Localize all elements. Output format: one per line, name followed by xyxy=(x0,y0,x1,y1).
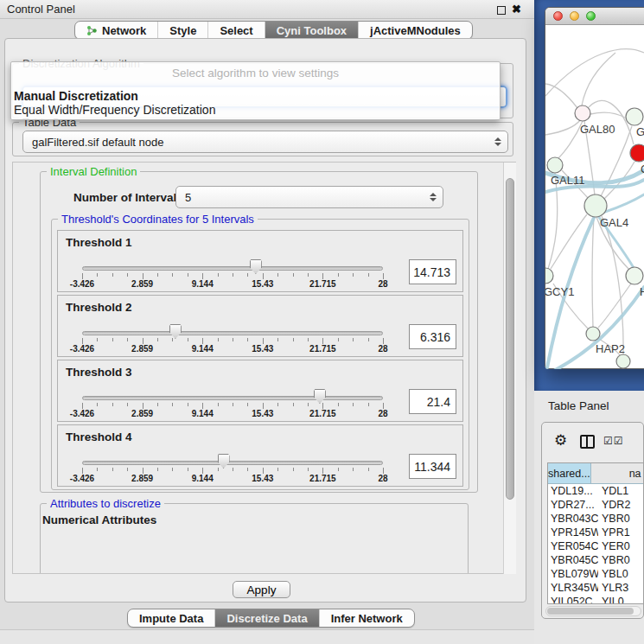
table-row[interactable]: YDR27...YDR2 xyxy=(548,498,643,512)
tick-mark xyxy=(353,273,354,277)
cell-name: YDR2 xyxy=(598,499,630,511)
tick-mark xyxy=(157,468,158,471)
tick-label: 15.43 xyxy=(252,409,273,418)
zoom-traffic-light-icon[interactable] xyxy=(586,11,596,21)
table-data-combobox[interactable]: galFiltered.sif default node xyxy=(22,131,508,153)
dropdown-item-equal-width-frequency[interactable]: Equal Width/Frequency Discretization xyxy=(14,103,215,117)
split-columns-icon[interactable] xyxy=(580,435,595,449)
tick-mark xyxy=(157,403,158,406)
network-canvas[interactable]: GAL80GACGAL11GAL4GCY1HHAP2 xyxy=(545,25,644,369)
slider-track[interactable] xyxy=(82,331,383,335)
tick-mark xyxy=(293,338,294,341)
tick-label: -3.426 xyxy=(70,279,94,289)
num-intervals-combobox[interactable]: 5 xyxy=(175,186,443,208)
table-row[interactable]: YIL052CYIL0 xyxy=(548,595,643,604)
tab-style[interactable]: Style xyxy=(157,22,207,39)
cell-name: YER0 xyxy=(598,540,630,552)
network-edge[interactable] xyxy=(545,49,644,96)
threshold-value-field[interactable]: 14.713 xyxy=(409,259,456,284)
threshold-value-field[interactable]: 21.4 xyxy=(409,389,456,414)
network-node-c[interactable] xyxy=(630,144,644,162)
tab-label: Select xyxy=(220,24,252,37)
tick-mark xyxy=(293,468,294,471)
tick-mark xyxy=(263,338,264,344)
table-row[interactable]: YER054CYER0 xyxy=(548,539,643,553)
close-icon[interactable]: ✖ xyxy=(512,3,521,16)
tick-mark xyxy=(322,403,323,409)
network-node-unnamed[interactable] xyxy=(616,354,630,368)
network-node-gal80[interactable] xyxy=(575,105,590,121)
network-edge[interactable] xyxy=(590,112,625,118)
dropdown-item-manual-discretization[interactable]: Manual Discretization xyxy=(14,89,138,103)
stepper-icon xyxy=(494,137,501,146)
table-row[interactable]: YBL079WYBL0 xyxy=(548,567,643,581)
slider-track[interactable] xyxy=(82,266,383,271)
network-edge[interactable] xyxy=(592,217,594,327)
tab-select[interactable]: Select xyxy=(207,22,264,39)
table-hscrollbar[interactable] xyxy=(545,606,641,616)
table-hscrollbar-thumb[interactable] xyxy=(547,608,634,615)
cell-shared-name: YDL19... xyxy=(548,485,598,497)
network-edge[interactable] xyxy=(598,284,631,328)
slider-track[interactable] xyxy=(82,461,383,465)
float-window-icon[interactable] xyxy=(497,6,506,15)
network-edge[interactable] xyxy=(558,121,583,158)
tick-mark xyxy=(353,338,354,341)
table-row[interactable]: YDL19...YDL1 xyxy=(548,484,643,498)
network-node-ga[interactable] xyxy=(626,108,643,125)
network-edge[interactable] xyxy=(548,173,558,269)
tick-mark xyxy=(112,273,113,277)
panel-scrollbar[interactable] xyxy=(503,163,516,574)
tick-mark xyxy=(112,338,113,341)
mode-tabbar: Impute DataDiscretize DataInfer Network xyxy=(127,609,415,628)
cell-name: YDL1 xyxy=(598,485,628,497)
tab-network[interactable]: Network xyxy=(75,22,157,39)
column-header-shared-name[interactable]: shared... xyxy=(548,463,591,483)
network-edge[interactable] xyxy=(545,84,577,108)
threshold-value-field[interactable]: 6.316 xyxy=(409,324,456,349)
tick-mark xyxy=(97,403,98,406)
tick-mark xyxy=(112,403,113,406)
threshold-label: Threshold 3 xyxy=(66,366,132,379)
slider-thumb[interactable] xyxy=(218,454,230,469)
network-node-hap2[interactable] xyxy=(586,327,600,341)
slider-thumb[interactable] xyxy=(169,324,182,339)
node-table[interactable]: shared... na YDL19...YDL1YDR27...YDR2YBR… xyxy=(547,462,644,604)
apply-button[interactable]: Apply xyxy=(233,581,290,598)
tick-mark xyxy=(172,403,173,406)
table-row[interactable]: YPR145WYPR1 xyxy=(548,526,643,539)
tab-jactivemnodules[interactable]: jActiveMNodules xyxy=(358,22,472,39)
network-node-gcy1[interactable] xyxy=(545,268,553,284)
table-row[interactable]: YBR043CYBR0 xyxy=(548,512,643,526)
tab-cyni-toolbox[interactable]: Cyni Toolbox xyxy=(265,22,358,39)
tab-impute-data[interactable]: Impute Data xyxy=(128,609,214,627)
slider-track[interactable] xyxy=(82,396,383,400)
column-header-name[interactable]: na xyxy=(591,463,643,483)
tick-mark xyxy=(308,338,309,341)
tick-mark xyxy=(97,273,98,277)
close-traffic-light-icon[interactable] xyxy=(553,11,563,21)
table-row[interactable]: YBR045CYBR0 xyxy=(548,553,643,567)
network-node-h[interactable] xyxy=(626,267,643,284)
slider-thumb[interactable] xyxy=(250,259,262,274)
table-row[interactable]: YLR345WYLR3 xyxy=(548,581,643,595)
cell-shared-name: YPR145W xyxy=(548,526,598,539)
panel-tabbar: NetworkStyleSelectCyni ToolboxjActiveMNo… xyxy=(74,21,473,40)
tab-infer-network[interactable]: Infer Network xyxy=(319,609,414,627)
panel-scrollbar-thumb[interactable] xyxy=(506,178,514,500)
network-window-titlebar[interactable] xyxy=(545,8,644,25)
tab-discretize-data[interactable]: Discretize Data xyxy=(214,609,318,627)
network-edge[interactable] xyxy=(551,214,587,269)
checkboxes-icon[interactable]: ☑☑ xyxy=(603,435,624,447)
network-edge[interactable] xyxy=(545,120,580,135)
threshold-value-field[interactable]: 11.344 xyxy=(409,454,456,479)
cell-shared-name: YLR345W xyxy=(548,582,598,594)
gear-icon[interactable]: ⚙ xyxy=(554,433,567,448)
network-node-label: GAL4 xyxy=(600,216,628,229)
network-node-gal11[interactable] xyxy=(547,157,563,173)
tick-mark xyxy=(247,403,248,406)
slider-thumb[interactable] xyxy=(314,389,326,404)
cell-name: YIL0 xyxy=(598,596,624,604)
minimize-traffic-light-icon[interactable] xyxy=(570,11,579,21)
network-node-gal4[interactable] xyxy=(584,194,607,217)
